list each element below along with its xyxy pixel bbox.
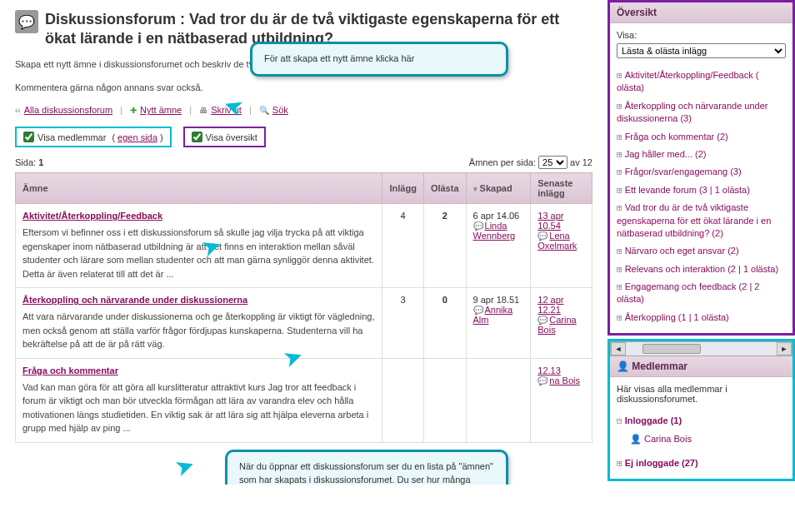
member-item[interactable]: 👤 Carina Bois	[617, 430, 786, 448]
bubble-icon: 💬	[538, 316, 548, 325]
search-link[interactable]: Sök	[272, 105, 288, 115]
overview-item[interactable]: ⊞Vad tror du är de två viktigaste egensk…	[617, 199, 786, 242]
latest-cell: 12 apr 12.21💬Carina Bois	[531, 288, 592, 359]
col-created[interactable]: ▾ Skapad	[466, 173, 531, 204]
overview-filter-select[interactable]: Lästa & olästa inlägg	[617, 43, 786, 58]
col-latest[interactable]: Senaste inlägg	[531, 173, 592, 204]
own-page-link[interactable]: egen sida	[118, 132, 158, 142]
members-title: 👤 Medlemmar	[610, 356, 792, 377]
bubble-icon: 💬	[538, 231, 548, 241]
callout-new-topic: För att skapa ett nytt ämne klicka här	[250, 42, 508, 77]
new-topic-link[interactable]: Nytt ämne	[140, 105, 182, 115]
callout-topic-list: När du öppnar ett diskussionsforum ser d…	[225, 450, 508, 485]
members-panel: ◄ ► 👤 Medlemmar Här visas alla medlemmar…	[608, 339, 795, 481]
topic-title-link[interactable]: Fråga och kommentar	[22, 365, 118, 375]
forum-icon: 💬	[15, 10, 38, 33]
all-forums-link[interactable]: Alla diskussionsforum	[24, 105, 112, 115]
posts-count: 3	[382, 288, 423, 359]
back-icon: ‹‹	[15, 106, 21, 115]
scrollbar[interactable]: ◄ ►	[610, 341, 792, 356]
page-desc-2: Kommentera gärna någon annans svar också…	[15, 81, 592, 95]
scroll-thumb[interactable]	[642, 344, 701, 354]
toolbar: ‹‹ Alla diskussionsforum | ✚ Nytt ämne |…	[15, 105, 592, 116]
overview-item[interactable]: ⊞Frågor/svar/engagemang (3)	[617, 163, 786, 181]
latest-date-link[interactable]: 12 apr 12.21	[538, 295, 563, 315]
latest-author-link[interactable]: na Bois	[549, 375, 580, 385]
show-overview-checkbox[interactable]	[192, 132, 202, 142]
bubble-icon: 💬	[473, 221, 483, 231]
table-row: Aktivitet/Återkoppling/FeedbackEftersom …	[16, 204, 592, 288]
overview-title: Översikt	[610, 2, 792, 23]
topic-excerpt: Vad kan man göra för att göra all kursli…	[22, 380, 375, 435]
page-label: Sida:	[15, 157, 36, 167]
overview-item[interactable]: ⊞Aktivitet/Återkoppling/Feedback ( oläst…	[617, 67, 786, 97]
latest-date-link[interactable]: 13 apr 10.54	[538, 211, 563, 231]
overview-item[interactable]: ⊞Återkoppling och närvarande under disku…	[617, 97, 786, 128]
logged-out-group[interactable]: ⊞Ej inloggade (27)	[617, 455, 786, 472]
created-cell	[466, 358, 531, 442]
overview-item[interactable]: ⊞Relevans och interaktion (2 | 1 olästa)	[617, 261, 786, 278]
topics-table: Ämne Inlägg Olästa ▾ Skapad Senaste inlä…	[15, 172, 592, 443]
overview-item[interactable]: ⊞Återkoppling (1 | 1 olästa)	[617, 309, 786, 326]
print-icon: 🖶	[199, 106, 208, 115]
topic-title-link[interactable]: Återkoppling och närvarande under diskus…	[22, 295, 248, 305]
show-members-box: Visa medlemmar ( egen sida )	[15, 127, 172, 147]
unread-count	[423, 358, 466, 442]
created-cell: 9 apr 18.51💬Annika Alm	[466, 288, 531, 359]
plus-icon: ✚	[130, 106, 137, 115]
scroll-right-icon[interactable]: ►	[777, 342, 792, 355]
table-row: Återkoppling och närvarande under diskus…	[16, 288, 592, 359]
person-icon: 👤	[617, 360, 629, 372]
latest-date-link[interactable]: 12.13	[538, 365, 561, 375]
unread-count: 2	[423, 204, 466, 288]
total-count: av 12	[570, 157, 592, 167]
created-cell: 6 apr 14.06💬Linda Wennberg	[466, 204, 531, 288]
show-members-label: Visa medlemmar	[38, 132, 106, 142]
topic-title-link[interactable]: Aktivitet/Återkoppling/Feedback	[22, 211, 162, 221]
person-icon: 👤	[630, 434, 642, 444]
table-row: Fråga och kommentarVad kan man göra för …	[16, 358, 592, 442]
scroll-left-icon[interactable]: ◄	[611, 342, 626, 355]
topic-excerpt: Eftersom vi befinner oss i ett diskussio…	[22, 226, 375, 281]
members-desc: Här visas alla medlemmar i diskussionsfo…	[617, 384, 786, 404]
latest-cell: 13 apr 10.54💬Lena Oxelmark	[531, 204, 592, 288]
logged-in-group[interactable]: ⊟Inloggade (1)	[617, 412, 786, 430]
overview-item[interactable]: ⊞Engagemang och feedback (2 | 2 olästa)	[617, 278, 786, 309]
show-overview-box: Visa översikt	[183, 127, 266, 147]
bubble-icon: 💬	[538, 376, 548, 385]
col-topic[interactable]: Ämne	[16, 173, 382, 204]
posts-count	[382, 358, 423, 442]
unread-count: 0	[423, 288, 466, 359]
posts-count: 4	[382, 204, 423, 288]
overview-item[interactable]: ⊞Jag håller med... (2)	[617, 146, 786, 163]
overview-panel: Översikt Visa: Lästa & olästa inlägg ⊞Ak…	[608, 0, 795, 336]
per-page-label: Ämnen per sida:	[469, 157, 536, 167]
show-overview-label: Visa översikt	[206, 132, 258, 142]
col-posts[interactable]: Inlägg	[382, 173, 423, 204]
overview-item[interactable]: ⊞Ett levande forum (3 | 1 olästa)	[617, 181, 786, 199]
overview-show-label: Visa:	[617, 30, 786, 40]
latest-cell: 12.13💬na Bois	[531, 358, 592, 442]
overview-item[interactable]: ⊞Närvaro och eget ansvar (2)	[617, 242, 786, 260]
topic-excerpt: Att vara närvarande under diskussionerna…	[22, 310, 375, 351]
col-unread[interactable]: Olästa	[423, 173, 466, 204]
bubble-icon: 💬	[473, 306, 483, 315]
show-members-checkbox[interactable]	[23, 132, 34, 142]
per-page-select[interactable]: 25	[538, 156, 568, 169]
overview-item[interactable]: ⊞Fråga och kommentar (2)	[617, 128, 786, 146]
page-value: 1	[38, 157, 43, 167]
search-icon: 🔍	[259, 106, 269, 115]
